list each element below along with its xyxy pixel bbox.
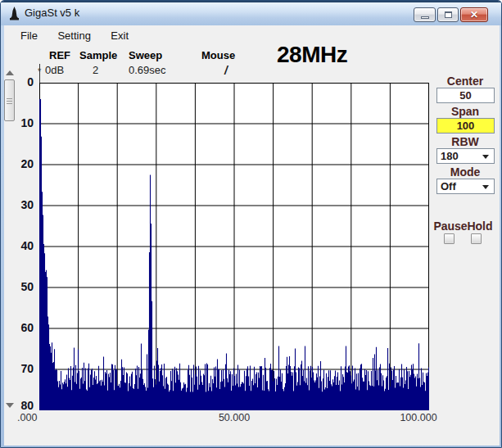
y-axis-label: 80 xyxy=(7,399,34,412)
scrollbar-grip-icon xyxy=(7,98,12,99)
mouse-label: Mouse xyxy=(201,49,235,61)
ref-label: REF xyxy=(49,49,70,61)
close-button[interactable]: ✕ xyxy=(460,7,488,22)
y-axis-label: 0 xyxy=(7,75,34,88)
menu-item-setting[interactable]: Setting xyxy=(49,27,98,44)
rbw-label: RBW xyxy=(435,135,495,148)
chevron-down-icon xyxy=(482,185,489,189)
sample-value: 2 xyxy=(93,64,98,76)
span-field[interactable] xyxy=(436,118,495,133)
mouse-value: / xyxy=(224,64,228,77)
sweep-label: Sweep xyxy=(129,49,162,61)
y-axis-label: 30 xyxy=(7,198,34,211)
hold-label: Hold xyxy=(465,219,495,233)
y-axis-label: 20 xyxy=(7,157,34,170)
minimize-icon xyxy=(421,16,429,19)
y-axis-label: 40 xyxy=(7,239,34,252)
pause-checkbox[interactable] xyxy=(444,233,455,244)
ref-value: 0dB xyxy=(45,64,64,76)
sample-label: Sample xyxy=(79,49,117,61)
window-title: GigaSt v5 k xyxy=(25,7,79,19)
maximize-icon xyxy=(445,11,452,18)
titlebar[interactable]: GigaSt v5 k ✕ xyxy=(1,1,501,25)
app-window: GigaSt v5 k ✕ File Setting Exit REF Samp… xyxy=(0,0,502,448)
x-axis-label: 50.000 xyxy=(214,412,255,423)
x-axis-label: 100.000 xyxy=(397,412,440,423)
menu-item-file[interactable]: File xyxy=(12,27,46,44)
center-frequency-display: 28MHz xyxy=(277,42,347,68)
y-axis-label: 10 xyxy=(7,116,34,129)
pause-label: Pause xyxy=(432,219,468,233)
chevron-down-icon xyxy=(482,155,489,159)
menubar: File Setting Exit xyxy=(4,27,500,45)
y-axis-label: 50 xyxy=(7,280,34,293)
mode-select[interactable]: Off xyxy=(436,179,495,194)
y-axis-label: 70 xyxy=(7,362,34,375)
minimize-button[interactable] xyxy=(414,7,436,22)
sweep-value: 0.69sec xyxy=(129,64,166,76)
center-field[interactable] xyxy=(436,88,495,103)
menu-item-exit[interactable]: Exit xyxy=(102,27,137,44)
mode-label: Mode xyxy=(435,165,495,179)
spectrum-plot[interactable] xyxy=(39,83,429,410)
hold-checkbox[interactable] xyxy=(471,233,482,244)
x-axis-label: .000 xyxy=(17,412,50,423)
axis-extension-line xyxy=(39,64,40,83)
app-icon xyxy=(8,7,20,20)
center-label: Center xyxy=(435,75,495,88)
y-axis-label: 60 xyxy=(7,321,34,334)
mode-value: Off xyxy=(441,180,456,192)
rbw-select[interactable]: 180 xyxy=(436,148,495,164)
span-label: Span xyxy=(435,105,495,118)
close-icon: ✕ xyxy=(470,9,478,20)
grid-lines xyxy=(39,83,429,410)
maximize-button[interactable] xyxy=(437,7,459,22)
rbw-value: 180 xyxy=(441,150,459,162)
